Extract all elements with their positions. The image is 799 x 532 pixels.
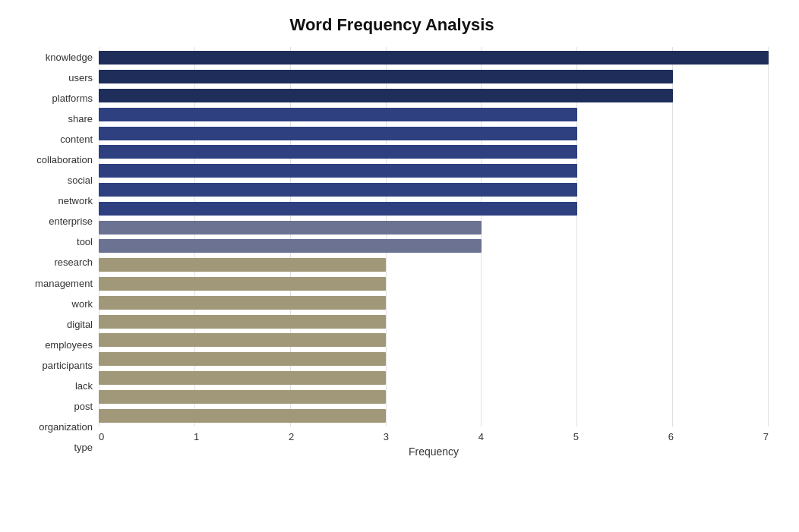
bar — [99, 183, 577, 197]
y-label: digital — [67, 320, 93, 329]
bar-row — [99, 218, 769, 237]
bar — [99, 145, 577, 159]
chart-area: knowledgeusersplatformssharecontentcolla… — [15, 47, 769, 458]
y-label: participants — [43, 360, 93, 370]
bar-row — [99, 143, 769, 162]
y-label: employees — [45, 340, 93, 350]
x-axis-label: Frequency — [99, 445, 769, 458]
bar — [99, 277, 386, 291]
y-label: type — [74, 442, 93, 452]
bar — [99, 333, 386, 347]
bar — [99, 51, 769, 65]
y-label: share — [68, 114, 93, 124]
bar-row — [99, 105, 769, 124]
bar-row — [99, 199, 769, 218]
y-label: lack — [75, 381, 93, 391]
bar — [99, 371, 386, 385]
y-axis-labels: knowledgeusersplatformssharecontentcolla… — [15, 47, 99, 458]
y-label: social — [68, 175, 93, 185]
y-label: organization — [39, 422, 93, 432]
bar-row — [99, 49, 769, 68]
bar — [99, 164, 577, 178]
chart-title: Word Frequency Analysis — [15, 15, 769, 35]
y-label: tool — [77, 237, 93, 247]
y-label: users — [68, 73, 93, 83]
bar — [99, 239, 482, 253]
bar — [99, 390, 386, 404]
bar-row — [99, 256, 769, 275]
bar-row — [99, 406, 769, 425]
y-label: management — [35, 279, 93, 288]
bar-row — [99, 350, 769, 369]
x-tick: 3 — [384, 431, 389, 442]
bar-row — [99, 237, 769, 256]
x-tick: 1 — [194, 431, 199, 442]
x-tick: 2 — [289, 431, 294, 442]
bar-row — [99, 181, 769, 200]
bars-wrapper — [99, 47, 769, 427]
y-label: work — [72, 299, 93, 309]
bar — [99, 221, 482, 235]
bar-row — [99, 124, 769, 143]
y-label: research — [54, 257, 93, 267]
bar — [99, 296, 386, 310]
bar — [99, 352, 386, 366]
x-tick: 7 — [763, 431, 769, 442]
bar — [99, 409, 386, 423]
y-label: network — [58, 196, 93, 206]
y-label: collaboration — [36, 155, 93, 165]
y-label: content — [60, 134, 93, 144]
bar-row — [99, 293, 769, 312]
bar-row — [99, 87, 769, 105]
bar — [99, 89, 673, 102]
bars-area — [99, 47, 769, 427]
bar-row — [99, 369, 769, 388]
bar-row — [99, 68, 769, 87]
y-label: post — [74, 401, 93, 411]
x-tick: 4 — [478, 431, 484, 442]
x-axis-ticks: 01234567 — [99, 427, 769, 442]
bar — [99, 315, 386, 329]
x-tick: 6 — [668, 431, 674, 442]
y-label: knowledge — [46, 52, 93, 62]
bar-row — [99, 387, 769, 406]
bar-row — [99, 312, 769, 331]
bar-row — [99, 275, 769, 294]
bar — [99, 127, 577, 140]
bar-row — [99, 162, 769, 181]
bar — [99, 202, 577, 216]
bar-row — [99, 331, 769, 350]
bar — [99, 70, 673, 83]
y-label: platforms — [52, 93, 93, 103]
y-label: enterprise — [49, 216, 93, 226]
bar — [99, 258, 386, 272]
x-tick: 5 — [573, 431, 579, 442]
bar — [99, 108, 577, 121]
x-tick: 0 — [99, 431, 104, 442]
chart-container: Word Frequency Analysis knowledgeuserspl… — [0, 0, 799, 532]
bars-and-x-axis: 01234567 Frequency — [99, 47, 769, 458]
